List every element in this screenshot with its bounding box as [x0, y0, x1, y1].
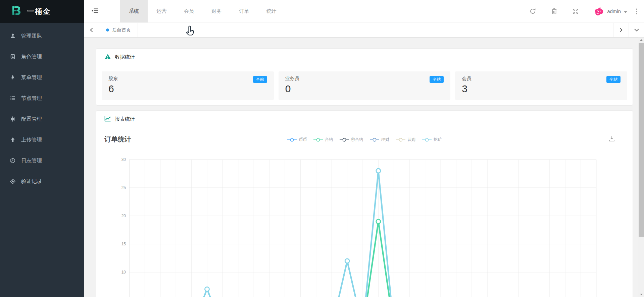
unicorn-avatar-icon	[593, 6, 604, 17]
order-statistics-chart[interactable]: 3025201510	[96, 149, 633, 297]
sidebar-item-1[interactable]: 管理团队	[0, 25, 84, 46]
logo[interactable]: 一桶金	[0, 0, 84, 23]
top-menu: 系统运营会员财务订单统计	[120, 0, 285, 22]
stat-box-2: 业务员0全站	[279, 71, 451, 100]
sidebar-item-8[interactable]: 验证记录	[0, 171, 84, 192]
legend-item-1[interactable]: 币币	[287, 137, 307, 142]
stat-value: 3	[462, 83, 621, 95]
sidebar-item-label: 验证记录	[21, 178, 42, 185]
data-stats-header: 数据统计	[96, 49, 633, 66]
chevron-down-icon	[634, 28, 639, 32]
fullscreen-button[interactable]	[573, 8, 579, 14]
sidebar-item-label: 配置管理	[21, 116, 42, 123]
sidebar-item-label: 角色管理	[21, 53, 42, 60]
top-menu-tab-5[interactable]: 订单	[230, 0, 258, 22]
top-menu-tab-3[interactable]: 会员	[175, 0, 203, 22]
tabbar-spacer	[138, 23, 613, 37]
svg-text:15: 15	[121, 242, 126, 246]
svg-text:25: 25	[121, 185, 126, 190]
stat-label: 股东	[108, 76, 267, 82]
top-menu-tab-6[interactable]: 统计	[258, 0, 285, 22]
chevron-right-icon	[620, 28, 623, 32]
kebab-icon	[636, 8, 637, 14]
sidebar-item-6[interactable]: 上传管理	[0, 129, 84, 150]
legend-item-6[interactable]: 挖矿	[422, 137, 442, 142]
legend-item-5[interactable]: 认购	[396, 137, 415, 142]
svg-text:20: 20	[121, 214, 126, 218]
sidebar-item-label: 节点管理	[21, 95, 42, 102]
tab-scroll-left-button[interactable]	[84, 23, 99, 37]
scrollbar-thumb[interactable]	[639, 43, 644, 237]
caret-down-icon	[624, 8, 627, 14]
stat-boxes-row: 股东6全站业务员0全站会员3全站	[96, 66, 633, 105]
upload-icon	[9, 137, 16, 142]
download-icon	[608, 135, 615, 142]
top-menu-tab-label: 财务	[211, 8, 221, 14]
legend-marker-icon	[370, 138, 379, 142]
brand-logo-icon	[11, 5, 22, 18]
admin-dashboard-page: 一桶金 管理团队角色管理菜单管理节点管理配置管理上传管理日志管理验证记录 系统运…	[0, 0, 644, 297]
trash-button[interactable]	[551, 8, 557, 14]
top-menu-tab-label: 订单	[239, 8, 249, 14]
refresh-button[interactable]	[530, 8, 536, 14]
stat-box-1: 股东6全站	[102, 71, 274, 100]
vertical-scrollbar[interactable]	[638, 38, 644, 297]
data-stats-card: 数据统计 股东6全站业务员0全站会员3全站	[96, 48, 633, 106]
top-menu-tab-label: 会员	[184, 8, 194, 14]
warning-triangle-icon	[104, 54, 111, 61]
trash-icon	[551, 8, 557, 14]
sidebar-item-label: 日志管理	[21, 157, 42, 164]
chart-title-row: 订单统计 币币合约秒合约理财认购挖矿	[96, 128, 633, 149]
tree-icon	[9, 75, 16, 80]
page-tab-home[interactable]: 后台首页	[99, 23, 138, 37]
tab-menu-button[interactable]	[629, 23, 644, 37]
legend-marker-icon	[287, 138, 297, 142]
legend-item-2[interactable]: 合约	[313, 137, 333, 142]
sidebar-item-label: 上传管理	[21, 136, 42, 143]
tab-scroll-right-button[interactable]	[613, 23, 629, 37]
svg-text:30: 30	[121, 157, 126, 162]
scrollbar-down-button[interactable]	[638, 292, 644, 297]
refresh-icon	[530, 8, 536, 14]
sidebar: 一桶金 管理团队角色管理菜单管理节点管理配置管理上传管理日志管理验证记录	[0, 0, 84, 297]
sidebar-item-4[interactable]: 节点管理	[0, 88, 84, 109]
sidebar-toggle-button[interactable]	[84, 0, 105, 22]
legend-label: 合约	[325, 137, 333, 142]
page-tabbar: 后台首页	[84, 23, 644, 38]
save-image-button[interactable]	[608, 135, 615, 143]
user-menu[interactable]: admin	[593, 6, 627, 17]
scrollbar-up-button[interactable]	[638, 38, 644, 43]
more-options-button[interactable]	[636, 8, 637, 14]
sidebar-toggle-icon	[92, 8, 98, 15]
top-menu-tab-1[interactable]: 系统	[120, 0, 148, 22]
sidebar-item-7[interactable]: 日志管理	[0, 150, 84, 171]
stat-label: 会员	[462, 76, 621, 82]
legend-marker-icon	[340, 138, 349, 142]
scope-badge: 全站	[606, 76, 621, 83]
sidebar-item-3[interactable]: 菜单管理	[0, 67, 84, 88]
stat-label: 业务员	[285, 76, 444, 82]
asterisk-icon	[9, 116, 16, 122]
legend-label: 币币	[299, 137, 307, 142]
legend-marker-icon	[396, 138, 405, 142]
top-menu-tab-label: 统计	[266, 8, 277, 14]
stat-value: 6	[108, 83, 267, 95]
top-menu-tab-label: 运营	[156, 8, 166, 14]
sidebar-item-5[interactable]: 配置管理	[0, 109, 84, 129]
main-content: 数据统计 股东6全站业务员0全站会员3全站 报表统计 订单统计 币币合约秒合约理…	[84, 38, 638, 297]
legend-label: 理财	[381, 137, 389, 142]
top-menu-tab-2[interactable]: 运营	[148, 0, 175, 22]
sidebar-item-2[interactable]: 角色管理	[0, 46, 84, 67]
scope-badge: 全站	[430, 76, 444, 83]
legend-marker-icon	[313, 138, 323, 142]
top-menu-tab-label: 系统	[129, 8, 139, 14]
legend-item-4[interactable]: 理财	[370, 137, 389, 142]
user-icon	[9, 33, 16, 39]
top-menu-tab-4[interactable]: 财务	[203, 0, 230, 22]
avatar	[593, 6, 604, 17]
report-stats-header: 报表统计	[96, 111, 633, 128]
id-badge-icon	[9, 54, 16, 59]
scroll-down-icon	[640, 294, 643, 295]
legend-item-3[interactable]: 秒合约	[340, 137, 363, 142]
scope-badge: 全站	[253, 76, 267, 83]
